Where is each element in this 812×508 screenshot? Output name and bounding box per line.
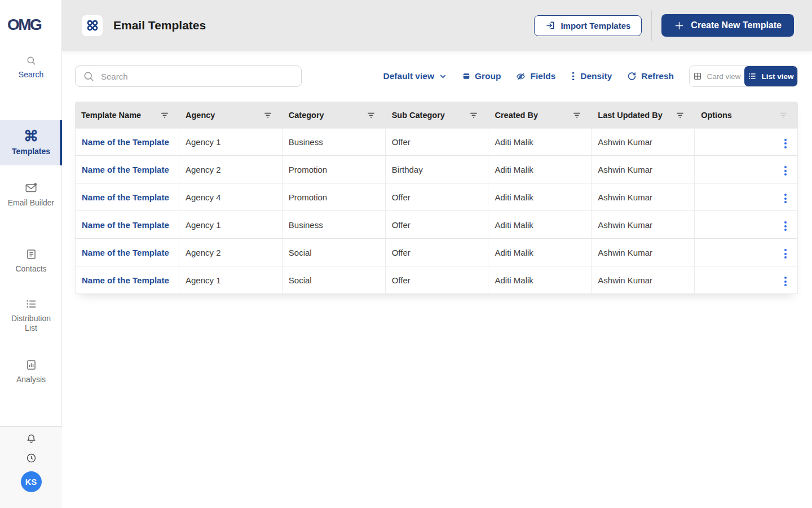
row-options-menu-icon[interactable] <box>781 163 790 178</box>
user-avatar[interactable]: KS <box>21 471 42 492</box>
import-icon <box>545 20 555 30</box>
density-icon <box>571 72 576 81</box>
bar-chart-icon <box>25 359 37 371</box>
omg-logo: OMG <box>7 16 41 34</box>
sidebar-item-contacts[interactable]: Contacts <box>0 248 62 274</box>
last-updated-by-cell: Ashwin Kumar <box>592 156 695 183</box>
category-cell: Social <box>283 239 386 266</box>
row-options-menu-icon[interactable] <box>781 246 790 261</box>
card-view-button[interactable]: Card view <box>690 66 744 86</box>
refresh-button[interactable]: Refresh <box>627 71 674 81</box>
options-cell <box>695 239 798 266</box>
filter-icon[interactable] <box>365 110 377 120</box>
sidebar-item-label: Templates <box>12 147 50 156</box>
list-icon <box>25 298 37 310</box>
import-templates-label: Import Templates <box>561 21 630 30</box>
sidebar: OMG Search ⌘ Templates Email Builder Con… <box>0 0 62 508</box>
header-actions: Import Templates Create New Template <box>534 10 794 41</box>
eye-off-icon <box>516 72 526 81</box>
created-by-cell: Aditi Malik <box>488 239 592 266</box>
filter-icon[interactable] <box>467 110 480 120</box>
category-cell: Promotion <box>283 156 386 183</box>
row-options-menu-icon[interactable] <box>781 191 790 206</box>
agency-cell: Agency 4 <box>179 183 283 211</box>
agency-cell: Agency 1 <box>179 266 283 294</box>
column-label: Sub Category <box>392 111 445 120</box>
column-label: Category <box>289 111 324 120</box>
row-options-menu-icon[interactable] <box>781 218 790 234</box>
template-name-link[interactable]: Name of the Template <box>75 156 179 183</box>
column-header-agency: Agency <box>179 102 283 128</box>
category-cell: Business <box>283 211 386 239</box>
last-updated-by-cell: Ashwin Kumar <box>592 183 695 211</box>
sub-category-cell: Birthday <box>386 156 489 183</box>
fields-label: Fields <box>530 71 555 81</box>
options-cell <box>695 183 798 211</box>
header-divider <box>651 10 652 41</box>
template-name-link[interactable]: Name of the Template <box>75 128 179 156</box>
table-row: Name of the Template Agency 1 Business O… <box>75 128 798 156</box>
card-view-label: Card view <box>707 72 740 81</box>
column-header-sub-category: Sub Category <box>386 102 489 128</box>
column-label: Template Name <box>81 111 141 120</box>
top-header: Email Templates Import Templates Create … <box>62 0 812 51</box>
table-search <box>75 65 302 87</box>
sidebar-item-search[interactable]: Search <box>0 55 62 80</box>
templates-table: Template Name Agency Category Sub Catego… <box>75 102 798 294</box>
chevron-down-icon <box>439 72 447 81</box>
agency-cell: Agency 1 <box>179 128 283 156</box>
fields-button[interactable]: Fields <box>516 71 555 81</box>
group-button[interactable]: Group <box>462 71 501 81</box>
email-icon <box>24 182 38 194</box>
import-templates-button[interactable]: Import Templates <box>534 15 642 36</box>
density-button[interactable]: Density <box>571 71 612 81</box>
search-input[interactable] <box>101 72 294 81</box>
sidebar-item-label: Search <box>19 70 43 80</box>
row-options-menu-icon[interactable] <box>781 274 790 289</box>
last-updated-by-cell: Ashwin Kumar <box>592 239 695 266</box>
clock-icon <box>25 452 37 464</box>
row-options-menu-icon[interactable] <box>781 136 790 151</box>
column-header-category: Category <box>283 102 386 128</box>
filter-icon[interactable] <box>262 110 274 120</box>
list-view-icon <box>748 72 757 81</box>
view-toggle: Card view List view <box>689 65 798 87</box>
template-name-link[interactable]: Name of the Template <box>75 183 179 211</box>
sidebar-footer: KS <box>0 426 62 508</box>
list-view-button[interactable]: List view <box>744 66 797 86</box>
category-cell: Social <box>283 266 386 294</box>
app-tile <box>82 15 103 36</box>
sidebar-item-templates[interactable]: ⌘ Templates <box>0 120 62 165</box>
column-label: Agency <box>186 111 215 120</box>
created-by-cell: Aditi Malik <box>488 266 592 294</box>
table-body: Name of the Template Agency 1 Business O… <box>75 128 798 294</box>
filter-icon[interactable] <box>777 110 789 120</box>
sidebar-item-analysis[interactable]: Analysis <box>0 359 62 384</box>
category-cell: Promotion <box>283 183 386 211</box>
plus-icon <box>674 20 685 31</box>
search-icon <box>26 55 37 66</box>
created-by-cell: Aditi Malik <box>488 211 592 239</box>
agency-cell: Agency 2 <box>179 156 283 183</box>
template-name-link[interactable]: Name of the Template <box>75 266 179 294</box>
history-button[interactable] <box>25 452 37 464</box>
view-dropdown[interactable]: Default view <box>383 71 447 81</box>
sidebar-item-email-builder[interactable]: Email Builder <box>0 182 62 208</box>
filter-icon[interactable] <box>158 110 171 120</box>
table-controls: Default view Group Fields Density Refres… <box>383 65 798 87</box>
last-updated-by-cell: Ashwin Kumar <box>592 266 695 294</box>
options-cell <box>695 156 798 183</box>
page-title: Email Templates <box>113 19 206 32</box>
sidebar-item-label: Email Builder <box>8 198 54 208</box>
create-new-template-label: Create New Template <box>691 20 782 30</box>
sub-category-cell: Offer <box>386 128 489 156</box>
table-header: Template Name Agency Category Sub Catego… <box>75 102 798 128</box>
filter-icon[interactable] <box>674 110 686 120</box>
template-name-link[interactable]: Name of the Template <box>75 239 179 266</box>
notifications-button[interactable] <box>25 433 37 445</box>
create-new-template-button[interactable]: Create New Template <box>661 14 794 37</box>
template-name-link[interactable]: Name of the Template <box>75 211 179 239</box>
filter-icon[interactable] <box>571 110 583 120</box>
sidebar-item-distribution-list[interactable]: Distribution List <box>0 298 62 333</box>
group-label: Group <box>475 71 501 81</box>
